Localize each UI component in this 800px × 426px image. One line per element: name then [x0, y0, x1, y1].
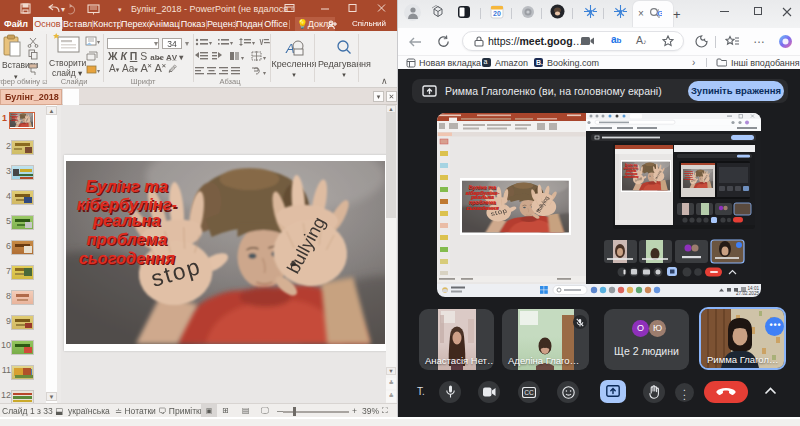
svg-text:▾: ▾ — [263, 55, 266, 61]
svg-text:▾: ▾ — [118, 6, 122, 13]
svg-text:27.02.2025: 27.02.2025 — [736, 291, 759, 296]
svg-text:14:01: 14:01 — [748, 286, 760, 291]
svg-text:▾: ▾ — [97, 68, 100, 74]
svg-text:▾: ▾ — [230, 40, 233, 46]
svg-text:G: G — [657, 9, 662, 18]
svg-text:▾: ▾ — [97, 39, 100, 45]
svg-text:▾: ▾ — [241, 55, 244, 61]
svg-text:▾: ▾ — [61, 5, 65, 14]
svg-text:CC: CC — [524, 389, 534, 396]
svg-text:20: 20 — [493, 10, 501, 17]
svg-text:▾: ▾ — [209, 40, 212, 46]
svg-text:▾: ▾ — [263, 70, 266, 76]
svg-text:Створити: Створити — [49, 58, 86, 68]
svg-text:▾: ▾ — [252, 40, 255, 46]
